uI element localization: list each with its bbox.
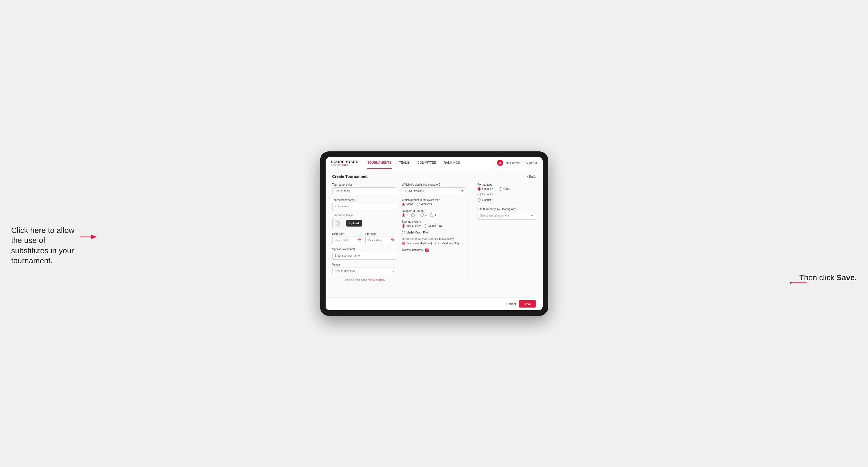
scoring-api-select[interactable]: Select a scoring service xyxy=(477,212,536,220)
rounds-2-item[interactable]: 2 xyxy=(411,214,417,217)
format-5count4-label: 5 count 4 xyxy=(482,187,493,190)
substitutes-label: Allow substitutes? xyxy=(402,249,424,252)
teams-teams-label: Teams (+Individuals) xyxy=(406,242,432,245)
calendar-icon-start: 📅 xyxy=(358,239,362,242)
right-annotation-bold: Save. xyxy=(837,273,857,282)
nav-logo-sub: Powered by clippd xyxy=(331,164,359,166)
save-button[interactable]: Save xyxy=(519,300,536,308)
tournament-logo-label: Tournament logo xyxy=(332,214,397,217)
cancel-button[interactable]: Cancel xyxy=(506,302,516,306)
rounds-radio-group: 1 2 3 xyxy=(402,214,466,217)
end-date-wrap: 📅 xyxy=(365,237,396,244)
page-title: Create Tournament xyxy=(332,174,368,179)
division-select[interactable]: NCAA Division I xyxy=(402,187,466,195)
rounds-1-label: 1 xyxy=(406,214,408,217)
nav-signout[interactable]: Sign out xyxy=(526,161,537,164)
svg-point-1 xyxy=(337,222,337,223)
nav-user: B blair admin | Sign out xyxy=(497,160,537,166)
venue-input[interactable] xyxy=(332,267,397,275)
gender-womens-radio[interactable] xyxy=(416,203,420,206)
scoring-match-label: Match Play xyxy=(428,224,442,227)
rounds-3-item[interactable]: 3 xyxy=(421,214,427,217)
logo-placeholder xyxy=(332,218,343,229)
nav-separator: | xyxy=(523,161,524,164)
format-other-item[interactable]: Other xyxy=(499,187,510,191)
scoring-stroke-radio[interactable] xyxy=(402,224,405,228)
nav-logo-brand: clippd xyxy=(342,164,348,166)
scoring-medal-radio[interactable] xyxy=(402,231,405,234)
scoring-stroke-item[interactable]: Stroke Play xyxy=(402,224,421,228)
teams-individuals-item[interactable]: Individuals Only xyxy=(435,242,460,245)
nav-link-tournaments[interactable]: TOURNAMENTS xyxy=(367,157,392,169)
tournament-host-input[interactable] xyxy=(332,187,397,195)
teams-radio-group: Teams (+Individuals) Individuals Only xyxy=(402,242,466,245)
gender-mens-item[interactable]: Mens xyxy=(402,203,413,206)
format-group: Format type 5 count 4 Other xyxy=(477,183,536,202)
scoring-medal-label: Medal Match Play xyxy=(406,231,428,234)
scoring-match-radio[interactable] xyxy=(424,224,427,228)
rounds-1-item[interactable]: 1 xyxy=(402,214,408,217)
sponsor-input[interactable] xyxy=(332,252,397,260)
left-arrow xyxy=(80,233,97,241)
tournament-host-group: Tournament Host xyxy=(332,183,397,195)
scoring-radio-group: Stroke Play Match Play Medal Match Play xyxy=(402,224,466,234)
format-5count4-item[interactable]: 5 count 4 xyxy=(477,187,493,191)
tournament-name-label: Tournament name xyxy=(332,198,397,201)
scoring-stroke-label: Stroke Play xyxy=(406,224,421,227)
calendar-icon-end: 📅 xyxy=(391,239,395,242)
tournament-name-input[interactable] xyxy=(332,203,397,210)
tablet-frame: SCOREBOARD Powered by clippd TOURNAMENTS… xyxy=(320,151,548,316)
right-arrow xyxy=(790,279,807,287)
gender-group: Which gender is the event for? Mens Wome… xyxy=(402,198,466,206)
nav-logo: SCOREBOARD Powered by clippd xyxy=(331,160,359,166)
footer-bar: Cancel Save xyxy=(326,297,543,310)
nav-username: blair admin xyxy=(505,161,520,164)
teams-teams-item[interactable]: Teams (+Individuals) xyxy=(402,242,432,245)
back-link[interactable]: Back xyxy=(527,175,536,178)
form-section-middle: Which division is the event for? NCAA Di… xyxy=(402,183,466,281)
format-6count4-radio[interactable] xyxy=(477,193,481,196)
teams-group: Is this event for Teams and/or Individua… xyxy=(402,238,466,245)
format-6count5-item[interactable]: 6 count 5 xyxy=(477,198,536,202)
format-label: Format type xyxy=(477,183,536,186)
format-other-radio[interactable] xyxy=(499,187,502,191)
scoring-medal-item[interactable]: Medal Match Play xyxy=(402,231,428,234)
tournament-name-group: Tournament name xyxy=(332,198,397,210)
gender-mens-radio[interactable] xyxy=(402,203,405,206)
nav-link-rankings[interactable]: RANKINGS xyxy=(443,157,461,169)
scoring-match-item[interactable]: Match Play xyxy=(424,224,442,228)
format-6count4-label: 6 count 4 xyxy=(482,193,493,196)
rounds-3-label: 3 xyxy=(425,214,427,217)
rounds-4-item[interactable]: 4 xyxy=(430,214,436,217)
rounds-2-label: 2 xyxy=(416,214,417,217)
nav-bar: SCOREBOARD Powered by clippd TOURNAMENTS… xyxy=(326,157,543,169)
left-annotation: Click here to allow the use of substitut… xyxy=(11,225,84,266)
teams-label: Is this event for Teams and/or Individua… xyxy=(402,238,466,241)
format-6count4-item[interactable]: 6 count 4 xyxy=(477,193,536,196)
substitutes-item[interactable]: Allow substitutes? xyxy=(402,249,466,252)
page-wrapper: Click here to allow the use of substitut… xyxy=(11,151,857,316)
gender-womens-item[interactable]: Womens xyxy=(416,203,432,206)
rounds-1-radio[interactable] xyxy=(402,214,405,217)
left-annotation-text: Click here to allow the use of substitut… xyxy=(11,226,74,265)
rounds-3-radio[interactable] xyxy=(421,214,424,217)
format-5count4-radio[interactable] xyxy=(477,187,481,191)
substitutes-checkbox[interactable] xyxy=(425,249,429,252)
upload-button[interactable]: Upload xyxy=(346,220,362,226)
rounds-2-radio[interactable] xyxy=(411,214,415,217)
nav-link-teams[interactable]: TEAMS xyxy=(399,157,410,169)
format-row-1: 5 count 4 Other xyxy=(477,187,536,191)
scoring-label: Scoring system xyxy=(402,220,466,223)
image-icon xyxy=(335,221,340,226)
format-6count5-radio[interactable] xyxy=(477,198,481,202)
teams-individuals-radio[interactable] xyxy=(435,242,439,245)
end-date-group: End date 📅 xyxy=(365,232,396,244)
teams-teams-radio[interactable] xyxy=(402,242,405,245)
gender-womens-label: Womens xyxy=(421,203,432,206)
scoring-api-group: Use third-party live scoring API? Select… xyxy=(477,208,536,220)
nav-links: TOURNAMENTS TEAMS COMMITTEE RANKINGS xyxy=(367,157,497,169)
rounds-4-radio[interactable] xyxy=(430,214,433,217)
nav-logo-title: SCOREBOARD xyxy=(331,160,359,164)
nav-link-committee[interactable]: COMMITTEE xyxy=(417,157,436,169)
venue-email-link[interactable]: email support xyxy=(370,278,384,281)
